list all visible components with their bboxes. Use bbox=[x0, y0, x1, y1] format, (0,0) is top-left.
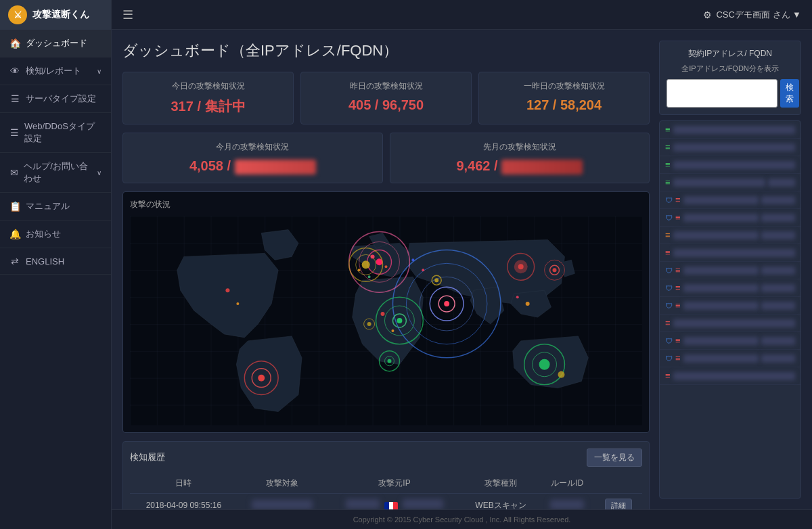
sidebar-item-server-type[interactable]: ☰ サーバタイプ設定 bbox=[0, 85, 111, 113]
chevron-down-icon-2: ∨ bbox=[97, 169, 102, 177]
monthly-card-last: 先月の攻撃検知状況 9,462 / bbox=[390, 133, 650, 183]
blurred-ip-1b bbox=[403, 499, 443, 509]
sidebar-item-notice[interactable]: 🔔 お知らせ bbox=[0, 221, 111, 248]
sidebar-label-help: ヘルプ/お問い合わせ bbox=[24, 160, 91, 185]
ip-label-blurred bbox=[673, 179, 765, 187]
map-title: 攻撃の状況 bbox=[130, 199, 642, 210]
map-section: 攻撃の状況 bbox=[122, 191, 650, 433]
db-icon-green: ≡ bbox=[665, 177, 671, 187]
chevron-down-icon: ∨ bbox=[97, 68, 102, 75]
detail-button-1[interactable]: 詳細 bbox=[605, 499, 632, 509]
shield-icon: 🛡 bbox=[665, 302, 673, 310]
ip-label-blurred bbox=[673, 143, 795, 152]
sidebar-item-detection[interactable]: 👁 検知/レポート ∨ bbox=[0, 58, 111, 85]
panel-title: 契約IPアドレス/ FQDN bbox=[667, 48, 794, 60]
shield-icon: 🛡 bbox=[665, 214, 673, 222]
svg-point-24 bbox=[258, 374, 265, 381]
list-item[interactable]: ≡ bbox=[660, 367, 800, 385]
blurred-target-1 bbox=[252, 500, 313, 509]
svg-point-31 bbox=[368, 275, 371, 278]
footer: Copyright © 2015 Cyber Security Cloud , … bbox=[112, 509, 812, 529]
db-icon-red: ≡ bbox=[665, 318, 671, 328]
ip-tag-blurred bbox=[761, 337, 795, 345]
svg-point-44 bbox=[387, 359, 391, 363]
col-rule-id: ルールID bbox=[539, 474, 595, 494]
ip-tag-blurred bbox=[761, 354, 795, 363]
sidebar-label-dashboard: ダッシュボード bbox=[26, 37, 87, 49]
list-item[interactable]: 🛡 ≡ bbox=[660, 350, 800, 367]
search-button[interactable]: 検索 bbox=[780, 79, 799, 108]
cell-attack-type-1: WEBスキャン bbox=[462, 493, 539, 509]
sidebar-item-help[interactable]: ✉ ヘルプ/お問い合わせ ∨ bbox=[0, 153, 111, 193]
list-item[interactable]: 🛡 ≡ bbox=[660, 279, 800, 297]
sidebar-label-web-ddos: Web/DDoSタイプ設定 bbox=[24, 120, 102, 145]
list-item[interactable]: 🛡 ≡ bbox=[660, 262, 800, 279]
ip-tag-blurred bbox=[761, 214, 795, 222]
server-type-icon: ☰ bbox=[9, 93, 20, 104]
search-input[interactable] bbox=[667, 79, 777, 108]
svg-point-37 bbox=[391, 329, 394, 332]
cell-detail-1: 詳細 bbox=[595, 493, 642, 509]
list-item[interactable]: ≡ bbox=[660, 156, 800, 174]
list-item[interactable]: 🛡 ≡ bbox=[660, 191, 800, 209]
list-item[interactable]: ≡ bbox=[660, 227, 800, 244]
shield-icon: 🛡 bbox=[665, 284, 673, 292]
svg-point-39 bbox=[516, 296, 519, 298]
sidebar-item-web-ddos[interactable]: ☰ Web/DDoSタイプ設定 bbox=[0, 113, 111, 153]
col-action bbox=[595, 474, 642, 494]
sidebar-label-detection: 検知/レポート bbox=[26, 65, 81, 77]
svg-point-38 bbox=[526, 302, 530, 306]
list-item[interactable]: ≡ bbox=[660, 174, 800, 191]
db-icon-green: ≡ bbox=[665, 160, 671, 170]
stat-card-yesterday: 昨日の攻撃検知状況 405 / 96,750 bbox=[300, 72, 472, 124]
yesterday-label: 昨日の攻撃検知状況 bbox=[312, 80, 460, 92]
sidebar-label-notice: お知らせ bbox=[26, 228, 61, 240]
ip-label-blurred bbox=[673, 372, 795, 380]
db-icon: ≡ bbox=[675, 283, 681, 293]
col-source-ip: 攻撃元IP bbox=[327, 474, 462, 494]
ip-tag-blurred bbox=[761, 284, 795, 292]
sidebar-item-dashboard[interactable]: 🏠 ダッシュボード bbox=[0, 30, 111, 58]
list-item[interactable]: 🛡 ≡ bbox=[660, 297, 800, 315]
ip-list: ≡ ≡ ≡ ≡ 🛡 ≡ bbox=[659, 120, 801, 499]
list-item[interactable]: ≡ bbox=[660, 244, 800, 262]
shield-icon: 🛡 bbox=[665, 196, 673, 204]
view-all-button[interactable]: 一覧を見る bbox=[587, 448, 642, 467]
history-header-row: 日時 攻撃対象 攻撃元IP 攻撃種別 ルールID bbox=[130, 474, 642, 494]
ip-label-blurred bbox=[683, 302, 759, 310]
col-datetime: 日時 bbox=[130, 474, 238, 494]
app-title: 攻撃遮断くん bbox=[32, 9, 89, 21]
sidebar-label-server-type: サーバタイプ設定 bbox=[26, 93, 96, 105]
notice-icon: 🔔 bbox=[9, 229, 20, 239]
svg-point-32 bbox=[411, 258, 414, 261]
list-item[interactable]: ≡ bbox=[660, 139, 800, 156]
hamburger-icon[interactable]: ☰ bbox=[122, 7, 133, 22]
list-item[interactable]: ≡ bbox=[660, 315, 800, 332]
sidebar-item-english[interactable]: ⇄ ENGLISH bbox=[0, 248, 111, 275]
db-icon: ≡ bbox=[675, 212, 681, 223]
sidebar-item-manual[interactable]: 📋 マニュアル bbox=[0, 193, 111, 221]
manual-icon: 📋 bbox=[9, 201, 20, 212]
col-target: 攻撃対象 bbox=[238, 474, 327, 494]
topbar: ☰ ⚙ CSCデモ画面 さん ▼ bbox=[112, 0, 812, 30]
world-map bbox=[130, 216, 642, 426]
today-value: 317 / 集計中 bbox=[134, 97, 282, 116]
db-icon-green: ≡ bbox=[665, 124, 671, 135]
ip-tag-blurred bbox=[761, 196, 795, 204]
svg-point-34 bbox=[225, 288, 229, 292]
list-item[interactable]: 🛡 ≡ bbox=[660, 332, 800, 350]
ip-label-blurred bbox=[673, 249, 795, 257]
list-item[interactable]: 🛡 ≡ bbox=[660, 209, 800, 227]
svg-point-30 bbox=[358, 269, 361, 271]
dashboard-icon: 🏠 bbox=[9, 38, 20, 49]
db-icon: ≡ bbox=[675, 336, 681, 346]
list-item[interactable]: ≡ bbox=[660, 121, 800, 139]
monthly-cards-row: 今月の攻撃検知状況 4,058 / 先月の攻撃検知状況 9,462 / bbox=[122, 133, 650, 183]
sidebar: ⚔ 攻撃遮断くん 🏠 ダッシュボード 👁 検知/レポート ∨ ☰ サーバタイプ設… bbox=[0, 0, 112, 529]
svg-point-29 bbox=[385, 265, 388, 268]
svg-point-21 bbox=[539, 359, 550, 369]
user-info: ⚙ CSCデモ画面 さん ▼ bbox=[703, 9, 801, 21]
ip-tag-blurred bbox=[768, 179, 795, 187]
svg-point-14 bbox=[362, 260, 370, 269]
history-section: 検知履歴 一覧を見る 日時 攻撃対象 攻撃元IP 攻撃種別 ルールID bbox=[122, 441, 650, 509]
